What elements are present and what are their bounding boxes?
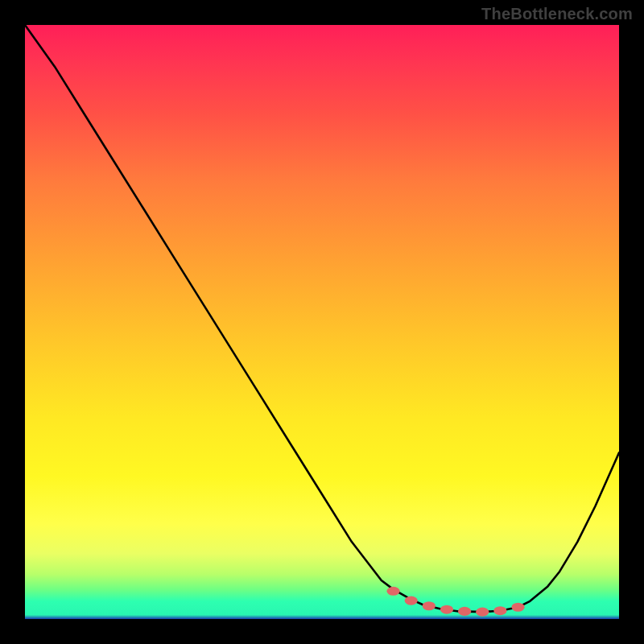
optimum-marker-dot — [511, 603, 524, 612]
optimum-marker-dot — [476, 608, 489, 617]
optimum-marker-dot — [493, 606, 506, 615]
optimum-marker-dot — [440, 605, 453, 614]
optimum-marker-dot — [405, 597, 418, 605]
plot-area — [25, 25, 619, 619]
optimum-marker-dot — [386, 587, 399, 596]
watermark-text: TheBottleneck.com — [481, 5, 633, 23]
optimum-marker-dot — [423, 601, 436, 610]
chart-frame: TheBottleneck.com — [0, 0, 644, 644]
optimum-marker-dot — [458, 607, 471, 616]
optimum-markers — [25, 25, 619, 619]
